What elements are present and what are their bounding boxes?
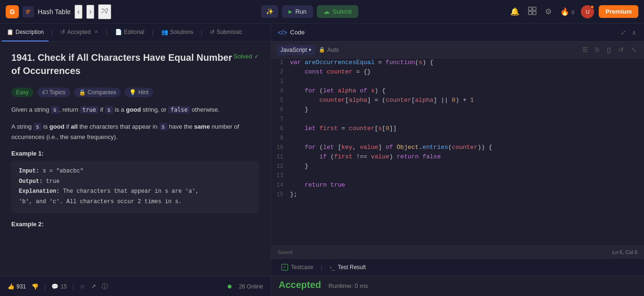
- star-button[interactable]: ☆: [80, 283, 85, 290]
- sep-v2: |: [73, 283, 74, 290]
- problem-icon: [23, 6, 34, 17]
- hint-tag[interactable]: 💡 Hint: [124, 88, 153, 97]
- tags-row: Easy 🏷 Topics 🔒 Companies 💡 Hint: [11, 88, 259, 97]
- lock-icon: 🔒: [79, 89, 86, 96]
- line-number: 3: [271, 78, 290, 86]
- runtime-text: Runtime: 0 ms: [329, 282, 368, 289]
- tab-description[interactable]: 📋 Description: [2, 24, 49, 41]
- example2-title: Example 2:: [11, 221, 259, 228]
- line-content: const counter = {}: [290, 68, 644, 77]
- undo-button[interactable]: ↺: [617, 45, 626, 54]
- layout-button[interactable]: [526, 5, 538, 19]
- dislike-button[interactable]: 👎: [32, 283, 39, 290]
- svg-rect-1: [528, 7, 532, 10]
- prev-problem-button[interactable]: ‹: [74, 5, 83, 19]
- line-content: counter[alpha] = (counter[alpha] || 0) +…: [290, 97, 644, 105]
- beautify-button[interactable]: {}: [605, 45, 613, 54]
- testcase-icon: ✓: [281, 264, 288, 271]
- line-content: for (let alpha of s) {: [290, 87, 644, 96]
- language-select[interactable]: JavaScript ▾: [277, 45, 315, 55]
- cursor-position: Ln 6, Col 6: [612, 249, 637, 255]
- topics-tag[interactable]: 🏷 Topics: [37, 88, 70, 97]
- line-content: [290, 78, 644, 86]
- tab-accepted[interactable]: ↺ Accepted ✕: [56, 24, 103, 41]
- bookmark-button[interactable]: ⎘: [594, 45, 601, 54]
- left-bottom-bar: 👍 931 👎 | 💬 15 | ☆ ↗ ⓘ 26 Online: [0, 276, 271, 296]
- fire-button[interactable]: 🔥 0: [558, 5, 577, 18]
- code-line: 3: [271, 77, 644, 87]
- code-editor[interactable]: 1var areOccurrencesEqual = function(s) {…: [271, 58, 644, 245]
- tab-submissions[interactable]: ↺ Submissic: [205, 24, 247, 41]
- line-number: 6: [271, 106, 290, 115]
- accepted-tab-icon: ↺: [60, 29, 65, 35]
- editor-toolbar: JavaScript ▾ 🔒 Auto ☰ ⎘ {} ↺ ⤡: [271, 41, 644, 58]
- play-icon: ▶: [289, 9, 292, 14]
- info-button[interactable]: ⓘ: [102, 282, 108, 291]
- line-content: return true: [290, 181, 644, 190]
- description-line1: Given a string s, return true if s is a …: [11, 105, 259, 115]
- code-header: </> Code ⤢ ∧: [271, 24, 644, 41]
- testcase-tab[interactable]: ✓ Testcase: [277, 259, 318, 276]
- tab-sep-2: |: [106, 29, 107, 36]
- random-problem-button[interactable]: [98, 4, 111, 19]
- problem-title-nav: Hash Table: [38, 8, 71, 16]
- thumbsdown-icon: 👎: [32, 283, 39, 290]
- next-problem-button[interactable]: ›: [86, 5, 94, 19]
- terminal-icon: ›_: [330, 264, 335, 271]
- cloud-icon: ☁: [323, 8, 330, 15]
- line-number: 10: [271, 144, 290, 152]
- ai-button[interactable]: ✨: [261, 5, 278, 18]
- run-button[interactable]: ▶ Run: [282, 5, 313, 18]
- line-number: 8: [271, 125, 290, 133]
- bottom-tab-sep: |: [321, 263, 322, 271]
- code-line: 14 return true: [271, 181, 644, 190]
- code-line: 7: [271, 115, 644, 124]
- line-content: let first = counter[s[0]]: [290, 125, 644, 133]
- code-line: 6 }: [271, 106, 644, 115]
- line-content: [290, 115, 644, 124]
- comment-button[interactable]: 💬 15: [51, 283, 66, 290]
- tab-editorial[interactable]: 📄 Editorial: [110, 24, 149, 41]
- code-line: 15};: [271, 190, 644, 200]
- settings-button[interactable]: ⚙: [543, 5, 553, 18]
- accepted-tab-close[interactable]: ✕: [94, 29, 98, 34]
- code-line: 5 counter[alpha] = (counter[alpha] || 0)…: [271, 96, 644, 106]
- check-icon: ✓: [254, 53, 259, 60]
- result-status: Accepted: [279, 280, 321, 290]
- fullscreen-button[interactable]: ⤡: [629, 45, 638, 54]
- collapse-button[interactable]: ∧: [631, 28, 637, 37]
- like-button[interactable]: 👍 931: [8, 283, 26, 290]
- share-button[interactable]: ↗: [91, 283, 96, 290]
- sep-v1: |: [44, 283, 46, 290]
- expand-button[interactable]: ⤢: [619, 28, 627, 37]
- difficulty-tag[interactable]: Easy: [11, 88, 33, 97]
- premium-button[interactable]: Premium: [599, 5, 638, 18]
- code-line: 11 if (first !== value) return false: [271, 153, 644, 162]
- online-count: 26 Online: [239, 283, 263, 290]
- avatar[interactable]: U: [581, 5, 594, 18]
- logo-icon[interactable]: G: [6, 5, 19, 18]
- bell-button[interactable]: 🔔: [508, 5, 521, 18]
- line-number: 12: [271, 163, 290, 171]
- testresult-tab[interactable]: ›_ Test Result: [325, 259, 371, 276]
- line-number: 7: [271, 115, 290, 124]
- comment-icon: 💬: [51, 283, 58, 290]
- code-line: 12 }: [271, 162, 644, 172]
- left-panel: 📋 Description | ↺ Accepted ✕ | 📄 Editori…: [0, 24, 271, 296]
- lock-small-icon: 🔒: [319, 47, 325, 53]
- solutions-tab-icon: 👥: [161, 29, 168, 35]
- code-line: 1var areOccurrencesEqual = function(s) {: [271, 58, 644, 68]
- line-number: 5: [271, 97, 290, 105]
- tab-solutions[interactable]: 👥 Solutions: [157, 24, 198, 41]
- chevron-icon: ▾: [309, 47, 311, 52]
- problem-content: 1941. Check if All Characters Have Equal…: [0, 41, 271, 276]
- submit-button[interactable]: ☁ Submit: [317, 5, 358, 18]
- companies-tag[interactable]: 🔒 Companies: [74, 88, 121, 97]
- test-result-content: Accepted Runtime: 0 ms: [271, 276, 644, 296]
- svg-rect-2: [533, 7, 536, 10]
- format-button[interactable]: ☰: [580, 45, 590, 54]
- main-layout: 📋 Description | ↺ Accepted ✕ | 📄 Editori…: [0, 24, 644, 296]
- line-number: 2: [271, 68, 290, 77]
- ai-icon: ✨: [266, 8, 273, 15]
- line-content: if (first !== value) return false: [290, 153, 644, 162]
